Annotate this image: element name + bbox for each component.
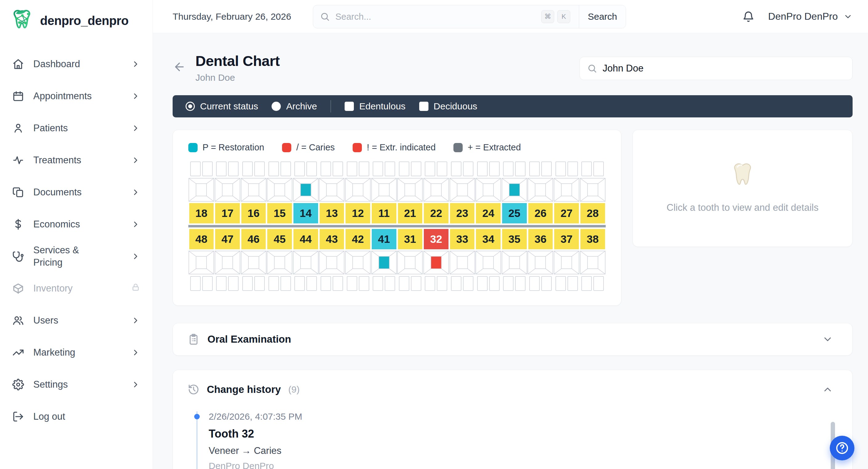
tooth-crown-diagram[interactable] <box>319 251 345 275</box>
tooth-31[interactable]: 31 <box>397 229 423 291</box>
tooth-number[interactable]: 17 <box>215 203 240 223</box>
tooth-24[interactable]: 24 <box>475 161 501 223</box>
tooth-number[interactable]: 22 <box>424 203 448 223</box>
tooth-number[interactable]: 18 <box>189 203 214 223</box>
tooth-32[interactable]: 32 <box>423 229 450 291</box>
patient-search-input[interactable] <box>602 63 845 74</box>
notifications-bell-icon[interactable] <box>742 10 754 23</box>
tooth-number[interactable]: 11 <box>372 203 396 223</box>
tooth-number[interactable]: 27 <box>554 203 579 223</box>
tooth-crown-diagram[interactable] <box>475 251 501 275</box>
tooth-37[interactable]: 37 <box>554 229 580 291</box>
tooth-crown-diagram[interactable] <box>554 251 580 275</box>
tooth-crown-diagram[interactable] <box>267 251 292 275</box>
tooth-number[interactable]: 36 <box>528 229 553 249</box>
help-button[interactable] <box>830 436 855 460</box>
sidebar-item-treatments[interactable]: Treatments <box>12 144 140 176</box>
tooth-23[interactable]: 23 <box>449 161 475 223</box>
sidebar-item-appointments[interactable]: Appointments <box>12 80 140 112</box>
tooth-36[interactable]: 36 <box>527 229 554 291</box>
tooth-46[interactable]: 46 <box>241 229 267 291</box>
tooth-crown-diagram[interactable] <box>188 251 214 275</box>
tooth-crown-diagram[interactable] <box>580 251 606 275</box>
tooth-22[interactable]: 22 <box>423 161 450 223</box>
tooth-number[interactable]: 44 <box>293 229 318 249</box>
tooth-16[interactable]: 16 <box>241 161 267 223</box>
sidebar-item-economics[interactable]: Economics <box>12 208 140 240</box>
tooth-number[interactable]: 32 <box>424 229 448 249</box>
tooth-17[interactable]: 17 <box>215 161 241 223</box>
tooth-27[interactable]: 27 <box>554 161 580 223</box>
radio-button-icon[interactable] <box>186 102 195 111</box>
tooth-47[interactable]: 47 <box>215 229 241 291</box>
tooth-crown-diagram[interactable] <box>501 178 527 202</box>
tooth-crown-diagram[interactable] <box>188 178 214 202</box>
sidebar-item-patients[interactable]: Patients <box>12 112 140 144</box>
tooth-28[interactable]: 28 <box>580 161 606 223</box>
tooth-crown-diagram[interactable] <box>371 251 397 275</box>
tooth-number[interactable]: 45 <box>267 229 292 249</box>
tooth-crown-diagram[interactable] <box>241 251 267 275</box>
sidebar-item-services-pricing[interactable]: Services & Pricing <box>12 240 140 272</box>
radio-archive[interactable]: Archive <box>272 101 317 112</box>
tooth-number[interactable]: 24 <box>476 203 501 223</box>
tooth-crown-diagram[interactable] <box>423 251 449 275</box>
tooth-42[interactable]: 42 <box>345 229 371 291</box>
tooth-crown-diagram[interactable] <box>580 178 606 202</box>
tooth-crown-diagram[interactable] <box>371 178 397 202</box>
tooth-11[interactable]: 11 <box>371 161 397 223</box>
radio-current-status[interactable]: Current status <box>186 101 258 112</box>
tooth-number[interactable]: 33 <box>450 229 475 249</box>
tooth-14[interactable]: 14 <box>293 161 319 223</box>
sidebar-item-documents[interactable]: Documents <box>12 176 140 208</box>
tooth-38[interactable]: 38 <box>580 229 606 291</box>
tooth-41[interactable]: 41 <box>371 229 397 291</box>
search-button[interactable]: Search <box>579 5 626 28</box>
sidebar-item-log-out[interactable]: Log out <box>12 401 140 433</box>
sidebar-item-dashboard[interactable]: Dashboard <box>12 48 140 80</box>
tooth-33[interactable]: 33 <box>449 229 475 291</box>
user-menu[interactable]: DenPro DenPro <box>768 11 852 22</box>
tooth-13[interactable]: 13 <box>319 161 345 223</box>
tooth-crown-diagram[interactable] <box>293 178 319 202</box>
tooth-15[interactable]: 15 <box>267 161 293 223</box>
tooth-crown-diagram[interactable] <box>345 251 371 275</box>
tooth-number[interactable]: 41 <box>372 229 396 249</box>
change-history-header[interactable]: Change history (9) <box>188 384 833 395</box>
tooth-crown-diagram[interactable] <box>319 178 345 202</box>
tooth-crown-diagram[interactable] <box>450 251 475 275</box>
tooth-crown-diagram[interactable] <box>527 178 553 202</box>
tooth-number[interactable]: 38 <box>581 229 605 249</box>
tooth-number[interactable]: 31 <box>398 229 423 249</box>
tooth-45[interactable]: 45 <box>267 229 293 291</box>
checkbox-icon[interactable] <box>419 102 429 111</box>
tooth-18[interactable]: 18 <box>188 161 215 223</box>
sidebar-item-inventory[interactable]: Inventory <box>12 272 140 305</box>
checkbox-deciduous[interactable]: Deciduous <box>419 101 477 112</box>
tooth-26[interactable]: 26 <box>527 161 554 223</box>
tooth-number[interactable]: 43 <box>320 229 344 249</box>
chevron-up-icon[interactable] <box>822 384 833 395</box>
tooth-number[interactable]: 37 <box>554 229 579 249</box>
tooth-number[interactable]: 46 <box>241 229 266 249</box>
tooth-crown-diagram[interactable] <box>475 178 501 202</box>
sidebar-item-settings[interactable]: Settings <box>12 369 140 401</box>
tooth-number[interactable]: 14 <box>293 203 318 223</box>
tooth-crown-diagram[interactable] <box>501 251 527 275</box>
tooth-crown-diagram[interactable] <box>450 178 475 202</box>
tooth-crown-diagram[interactable] <box>215 178 241 202</box>
checkbox-icon[interactable] <box>345 102 354 111</box>
tooth-crown-diagram[interactable] <box>345 178 371 202</box>
tooth-number[interactable]: 34 <box>476 229 501 249</box>
tooth-44[interactable]: 44 <box>293 229 319 291</box>
tooth-12[interactable]: 12 <box>345 161 371 223</box>
chevron-down-icon[interactable] <box>822 334 833 345</box>
tooth-number[interactable]: 25 <box>502 203 527 223</box>
tooth-number[interactable]: 21 <box>398 203 423 223</box>
tooth-35[interactable]: 35 <box>501 229 528 291</box>
tooth-number[interactable]: 12 <box>345 203 370 223</box>
tooth-number[interactable]: 48 <box>189 229 214 249</box>
tooth-crown-diagram[interactable] <box>527 251 553 275</box>
tooth-number[interactable]: 15 <box>267 203 292 223</box>
tooth-crown-diagram[interactable] <box>397 251 423 275</box>
